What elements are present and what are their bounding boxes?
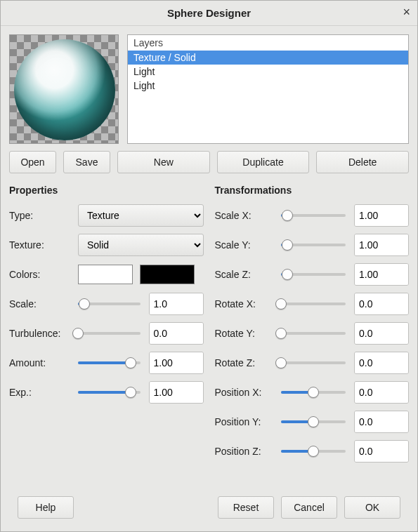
spinbox[interactable]: ▲▼ [354,204,409,227]
layers-header: Layers [128,35,408,51]
type-row: Type: Texture [9,204,204,227]
scale-y-row: Scale Y: ▲▼ [215,234,410,256]
spinbox[interactable]: ▲▼ [354,234,409,256]
texture-label: Texture: [9,239,70,251]
duplicate-button[interactable]: Duplicate [217,151,310,173]
spin-input[interactable] [150,323,204,344]
position-y-label: Position Y: [215,416,273,427]
properties-title: Properties [9,185,204,196]
spin-input[interactable] [355,323,409,344]
exp-row: Exp.: ▲▼ [9,381,204,404]
color-swatch-1[interactable] [78,265,133,284]
sphere-graphic [14,39,115,140]
amount-label: Amount: [9,357,70,368]
slider[interactable] [78,386,141,399]
spin-input[interactable] [150,293,204,314]
slider[interactable] [281,268,346,281]
color-swatches [78,265,195,284]
slider[interactable] [78,357,141,369]
scale-label: Scale: [9,298,70,310]
spinbox[interactable]: ▲▼ [149,381,204,404]
turbulence-row: Turbulence: ▲▼ [9,322,204,345]
spin-input[interactable] [355,205,409,226]
spinbox[interactable]: ▲▼ [354,440,409,463]
position-y-row: Position Y: ▲▼ [215,411,410,433]
spin-input[interactable] [150,352,204,373]
scale-z-label: Scale Z: [215,269,273,280]
reset-button[interactable]: Reset [218,496,274,519]
spin-input[interactable] [355,352,409,373]
layer-buttons-row: Open Save New Duplicate Delete [9,151,409,173]
layers-panel: Layers Texture / SolidLightLight [127,34,409,144]
slider[interactable] [281,298,346,310]
slider[interactable] [281,327,346,340]
spin-input[interactable] [355,234,409,255]
layers-list[interactable]: Texture / SolidLightLight [128,51,408,143]
dialog-content: Layers Texture / SolidLightLight Open Sa… [1,26,417,531]
slider[interactable] [281,209,346,222]
save-button[interactable]: Save [63,151,110,173]
spinbox[interactable]: ▲▼ [354,293,409,315]
spinbox[interactable]: ▲▼ [354,411,409,433]
top-row: Layers Texture / SolidLightLight [9,34,409,144]
spin-input[interactable] [355,382,409,403]
spinbox[interactable]: ▲▼ [149,293,204,315]
sphere-preview [9,34,119,144]
layer-item[interactable]: Light [128,79,408,93]
transformations-title: Transformations [215,185,410,196]
layer-item[interactable]: Light [128,65,408,79]
amount-row: Amount: ▲▼ [9,352,204,374]
slider[interactable] [281,415,346,428]
spinbox[interactable]: ▲▼ [149,352,204,374]
transformations-column: Transformations Scale X: ▲▼ Scale Y: ▲▼ … [215,183,410,470]
type-select[interactable]: Texture [78,204,204,227]
rotate-y-label: Rotate Y: [215,328,273,339]
sphere-designer-dialog: Sphere Designer × Layers Texture / Solid… [0,0,418,532]
slider[interactable] [281,239,346,251]
spin-input[interactable] [355,411,409,432]
position-z-label: Position Z: [215,446,273,457]
position-x-row: Position X: ▲▼ [215,381,410,404]
delete-button[interactable]: Delete [316,151,409,173]
close-icon[interactable]: × [403,5,410,20]
scale-z-row: Scale Z: ▲▼ [215,263,410,286]
slider[interactable] [78,298,141,310]
spin-input[interactable] [355,264,409,285]
cancel-button[interactable]: Cancel [281,496,337,519]
footer-buttons: Help Reset Cancel OK [9,488,409,527]
spin-input[interactable] [150,382,204,403]
position-x-label: Position X: [215,387,273,398]
spinbox[interactable]: ▲▼ [149,322,204,345]
rotate-y-row: Rotate Y: ▲▼ [215,322,410,345]
rotate-x-label: Rotate X: [215,298,273,310]
scale-x-label: Scale X: [215,210,273,221]
new-button[interactable]: New [117,151,210,173]
exp-label: Exp.: [9,387,70,398]
help-button[interactable]: Help [18,496,74,519]
spin-input[interactable] [355,293,409,314]
spinbox[interactable]: ▲▼ [354,322,409,345]
spinbox[interactable]: ▲▼ [354,381,409,404]
turbulence-label: Turbulence: [9,328,70,339]
spin-input[interactable] [355,441,409,462]
colors-label: Colors: [9,269,70,280]
scale-x-row: Scale X: ▲▼ [215,204,410,227]
ok-button[interactable]: OK [344,496,400,519]
layer-item[interactable]: Texture / Solid [128,51,408,65]
scale-row: Scale: ▲▼ [9,293,204,315]
slider[interactable] [78,327,141,340]
spinbox[interactable]: ▲▼ [354,263,409,286]
color-swatch-2[interactable] [140,265,195,284]
open-button[interactable]: Open [9,151,56,173]
titlebar: Sphere Designer × [1,1,417,26]
slider[interactable] [281,445,346,458]
type-label: Type: [9,210,70,221]
dialog-title: Sphere Designer [167,7,251,19]
scale-y-label: Scale Y: [215,239,273,251]
spinbox[interactable]: ▲▼ [354,352,409,374]
slider[interactable] [281,386,346,399]
slider[interactable] [281,357,346,369]
rotate-z-label: Rotate Z: [215,357,273,368]
texture-select[interactable]: Solid [78,234,204,256]
texture-row: Texture: Solid [9,234,204,256]
